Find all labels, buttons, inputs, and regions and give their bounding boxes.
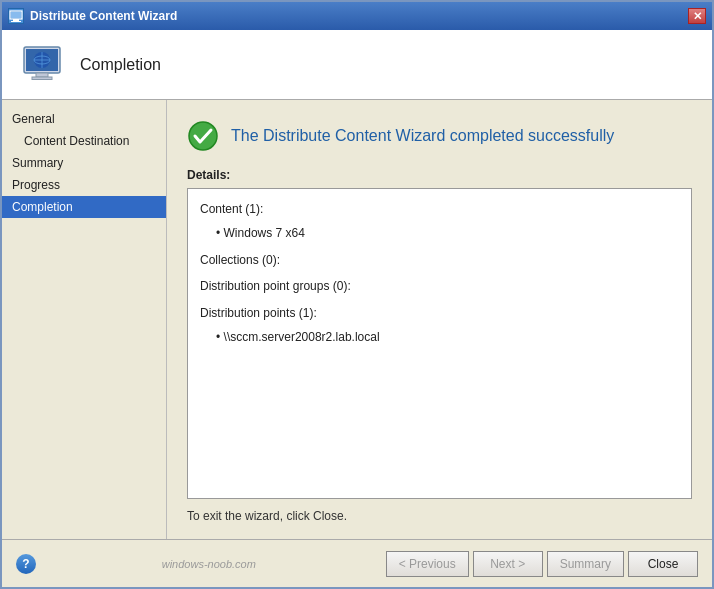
exit-note: To exit the wizard, click Close. [187, 509, 692, 523]
watermark: windows-noob.com [36, 558, 382, 570]
summary-button[interactable]: Summary [547, 551, 624, 577]
sidebar-item-summary[interactable]: Summary [2, 152, 166, 174]
sidebar-item-content-destination[interactable]: Content Destination [2, 130, 166, 152]
sidebar-item-progress[interactable]: Progress [2, 174, 166, 196]
close-button[interactable]: Close [628, 551, 698, 577]
content-line: Content (1): [200, 202, 263, 216]
success-header: The Distribute Content Wizard completed … [187, 120, 692, 152]
dp-section: Distribution points (1): [200, 303, 679, 323]
window-close-button[interactable]: ✕ [688, 8, 706, 24]
sidebar-item-completion[interactable]: Completion [2, 196, 166, 218]
content-bullet: • Windows 7 x64 [200, 223, 679, 243]
collections-line: Collections (0): [200, 253, 280, 267]
collections-section: Collections (0): [200, 250, 679, 270]
dp-bullet: • \\sccm.server2008r2.lab.local [200, 327, 679, 347]
dpgroups-section: Distribution point groups (0): [200, 276, 679, 296]
bottom-bar: ? windows-noob.com < Previous Next > Sum… [2, 539, 712, 587]
details-label: Details: [187, 168, 692, 182]
success-title: The Distribute Content Wizard completed … [231, 127, 614, 145]
dp-line: Distribution points (1): [200, 306, 317, 320]
title-bar: Distribute Content Wizard ✕ [2, 2, 712, 30]
help-button[interactable]: ? [16, 554, 36, 574]
main-panel: The Distribute Content Wizard completed … [167, 100, 712, 539]
svg-point-12 [189, 122, 217, 150]
details-box: Content (1): • Windows 7 x64 Collections… [187, 188, 692, 499]
wizard-icon [18, 41, 66, 89]
success-icon [187, 120, 219, 152]
content-area: General Content Destination Summary Prog… [2, 100, 712, 539]
content-section: Content (1): [200, 199, 679, 219]
svg-rect-6 [36, 73, 48, 77]
sidebar: General Content Destination Summary Prog… [2, 100, 167, 539]
sidebar-item-general[interactable]: General [2, 108, 166, 130]
svg-rect-2 [11, 21, 21, 22]
svg-rect-1 [13, 19, 19, 21]
dpgroups-line: Distribution point groups (0): [200, 279, 351, 293]
header-title: Completion [80, 56, 161, 74]
window-title: Distribute Content Wizard [30, 9, 688, 23]
main-window: Distribute Content Wizard ✕ Completion [0, 0, 714, 589]
previous-button[interactable]: < Previous [386, 551, 469, 577]
next-button[interactable]: Next > [473, 551, 543, 577]
title-icon [8, 8, 24, 24]
header-bar: Completion [2, 30, 712, 100]
svg-rect-7 [32, 77, 52, 80]
svg-rect-3 [11, 12, 21, 18]
